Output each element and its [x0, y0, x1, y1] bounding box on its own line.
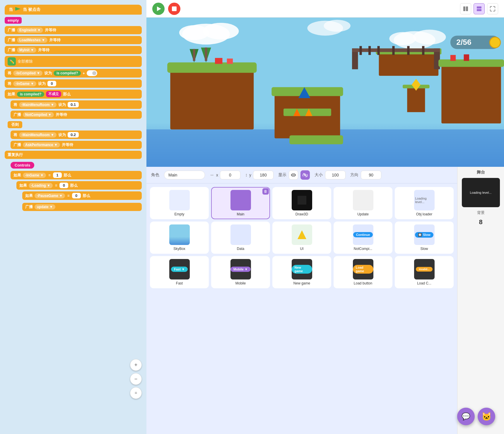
game-preview: 2/56 [146, 18, 504, 167]
svg-rect-37 [392, 46, 394, 55]
sprite-item-loadc[interactable]: Invalid... Load C... [395, 256, 454, 288]
layout-button-fullscreen[interactable] [487, 3, 498, 14]
broadcast-myinit[interactable]: 广播 MyInit ▼ 并等待 [5, 46, 142, 54]
hat-block[interactable]: 当 当 被点击 [5, 5, 142, 15]
delete-main-button[interactable]: 🗑 [262, 188, 269, 195]
sprite-item-update[interactable]: Update [334, 187, 392, 219]
set-mainmenuroom-01[interactable]: 将 -MainMenuRoom ▼ 设为 0.1 [11, 100, 142, 109]
toggle-iscompiled[interactable] [87, 70, 97, 76]
zoom-out-button[interactable]: − [130, 373, 142, 385]
svg-rect-36 [377, 46, 380, 55]
broadcast-notcompiled[interactable]: 广播 NotCompiled ▼ 并等待 [11, 111, 142, 119]
sprite-item-mobile[interactable]: Mobile ▼ Mobile [211, 256, 270, 288]
y-input[interactable] [253, 171, 274, 179]
y-coord-control: ↕ y [245, 171, 274, 179]
sprite-thumb-update [353, 190, 373, 210]
if-loading-block[interactable]: 如果 -Loading ▼ = 0 那么 [16, 181, 142, 190]
sprite-item-objloader[interactable]: Loading level... Obj loader [395, 187, 454, 219]
svg-rect-42 [450, 55, 456, 61]
svg-rect-19 [205, 47, 207, 61]
sprite-item-fast[interactable]: Fast ▼ Fast [150, 256, 209, 288]
sprite-wrap-empty: Empty [150, 187, 209, 219]
broadcast-askperformance[interactable]: 广播 AskPerformance ▼ 并等待 [11, 141, 142, 149]
x-coord-control: ↔ x [210, 171, 240, 179]
sprite-thumb-notcompi: Continue [353, 224, 373, 245]
broadcast-update[interactable]: 广播 update ▼ [22, 203, 142, 211]
stage-thumb[interactable]: Loading level... [462, 178, 500, 207]
bg-label: 背景 [477, 210, 485, 215]
svg-rect-1 [466, 6, 468, 11]
else-label: 否则 [8, 121, 22, 128]
svg-rect-3 [477, 9, 481, 11]
sprite-wrap-data: Data [211, 222, 270, 254]
chat-button[interactable]: 💬 [457, 408, 475, 425]
sprite-name-loadc: Load C... [417, 281, 431, 285]
sprite-item-slow[interactable]: 🔲 Slow Slow [395, 222, 454, 254]
if-pausegame-block[interactable]: 如果 -PauseGame ▼ = 0 那么 [22, 191, 142, 200]
sprite-thumb-empty [169, 190, 190, 210]
set-iscompiled-block[interactable]: 将 -IsCompiled ▼ 设为 is compiled? + [5, 69, 142, 78]
layout-button-1[interactable] [460, 3, 471, 14]
sprite-wrap-mobile: Mobile ▼ Mobile [211, 256, 270, 288]
sprite-wrap-fast: Fast ▼ Fast [150, 256, 209, 288]
svg-rect-35 [368, 46, 371, 55]
zoom-reset-button[interactable]: = [130, 387, 142, 399]
broadcast-engineinit[interactable]: 广播 EngineInit ▼ 并等待 [5, 26, 142, 34]
preinit-label: empty [5, 17, 22, 24]
set-mainmenuroom-02[interactable]: 将 -MainMenuRoom ▼ 设为 0.2 [11, 131, 142, 139]
direction-input[interactable] [361, 171, 381, 179]
cat-button[interactable]: 🐱 [478, 408, 495, 425]
svg-rect-28 [289, 135, 343, 145]
svg-point-8 [179, 25, 209, 40]
size-control: 大小 [315, 171, 346, 179]
hat-text-2: 当 被点击 [23, 7, 40, 12]
x-input[interactable] [220, 171, 240, 179]
top-bar [146, 0, 504, 18]
sprite-name-notcompi: NotCompi... [354, 247, 372, 251]
hat-text-1: 当 [9, 7, 13, 12]
sprite-item-draw3d[interactable]: Draw3D [272, 187, 331, 219]
sprite-item-skybox[interactable]: SkyBox [150, 222, 209, 254]
sprite-wrap-update: Update [334, 187, 392, 219]
sprite-item-ui[interactable]: UI [272, 222, 331, 254]
svg-point-11 [389, 32, 416, 45]
svg-point-10 [413, 30, 446, 44]
sprite-wrap-slow: 🔲 Slow Slow [395, 222, 454, 254]
x-label: x [216, 173, 218, 177]
clear-all-block[interactable]: ✏️ 全部擦除 [5, 56, 142, 67]
sprite-name-draw3d: Draw3D [295, 212, 308, 216]
play-button[interactable] [152, 3, 165, 15]
svg-rect-33 [352, 48, 440, 52]
sprite-item-empty[interactable]: Empty [150, 187, 209, 219]
sprite-thumb-ui [292, 224, 312, 245]
if-compiled-block[interactable]: 如果 is compiled? 不成立 那么 [5, 90, 142, 99]
show-controls: 显示 [278, 170, 310, 180]
blocks-container: 当 当 被点击 empty 广播 EngineInit ▼ 并等待 广播 Loa… [5, 5, 142, 211]
set-ingame-block[interactable]: 将 -InGame ▼ 设为 0 [5, 79, 142, 88]
size-input[interactable] [325, 171, 346, 179]
if-ingame-block[interactable]: 如果 -InGame ▼ = 1 那么 [11, 171, 142, 179]
sprite-item-notcompi[interactable]: Continue NotCompi... [334, 222, 392, 254]
svg-rect-38 [407, 46, 409, 55]
stop-button[interactable] [168, 3, 180, 15]
sprite-wrap-loadc: Invalid... Load C... [395, 256, 454, 288]
sprite-item-data[interactable]: Data [211, 222, 270, 254]
sprite-item-main[interactable]: 🗑 Main [211, 187, 270, 219]
svg-point-49 [490, 37, 500, 48]
sprite-name-input[interactable] [164, 171, 205, 179]
svg-rect-14 [170, 70, 254, 130]
svg-rect-41 [438, 59, 504, 67]
sprite-thumb-data [230, 224, 251, 245]
sprite-name-data: Data [237, 247, 244, 251]
sprite-thumb-loadc: Invalid... [414, 259, 435, 279]
sprite-item-newgame[interactable]: New game New game [272, 256, 331, 288]
broadcast-loadmeshes[interactable]: 广播 LoadMeshes ▼ 并等待 [5, 36, 142, 44]
layout-button-2[interactable] [474, 3, 485, 14]
sprite-item-loadbutton[interactable]: Load game Load button [334, 256, 392, 288]
svg-rect-40 [441, 64, 501, 123]
zoom-in-button[interactable]: + [130, 359, 142, 371]
eye-slash-button[interactable] [300, 170, 310, 180]
eye-button[interactable] [289, 170, 298, 180]
sprite-name-update: Update [357, 212, 369, 216]
repeat-block[interactable]: 重复执行 [5, 151, 142, 159]
